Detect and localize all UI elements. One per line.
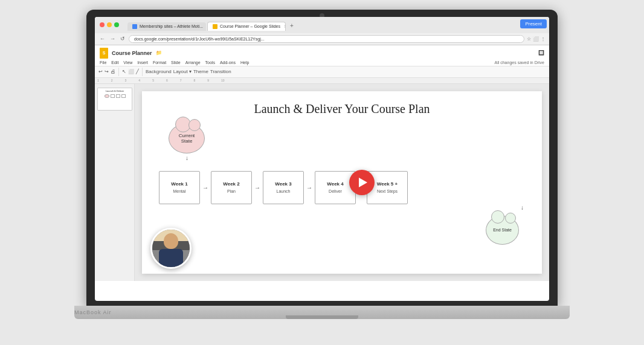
menu-slide[interactable]: Slide bbox=[171, 60, 181, 65]
toolbar-cursor[interactable]: ↖ bbox=[122, 69, 126, 74]
close-button[interactable] bbox=[100, 22, 105, 27]
present-button[interactable]: Present bbox=[520, 19, 547, 28]
weeks-row: Week 1 Mental → Week 2 Plan → bbox=[154, 171, 413, 204]
toolbar-background[interactable]: Background bbox=[146, 69, 172, 74]
back-button[interactable]: ← bbox=[98, 35, 106, 42]
week4-title: Week 4 bbox=[327, 181, 343, 187]
toolbar-layout[interactable]: Layout ▾ bbox=[173, 69, 192, 74]
webcam-overlay bbox=[150, 228, 192, 269]
menu-view[interactable]: View bbox=[123, 60, 132, 65]
tab-favicon-membership bbox=[132, 24, 137, 29]
arrow-down-from-cloud: ↓ bbox=[185, 155, 188, 161]
toolbar-print[interactable]: 🖨 bbox=[111, 69, 115, 74]
laptop-base: MacBook Air bbox=[74, 306, 570, 319]
play-button[interactable] bbox=[349, 170, 375, 195]
menu-insert[interactable]: Insert bbox=[137, 60, 148, 65]
maximize-button[interactable] bbox=[114, 22, 119, 27]
current-state-cloud: CurrentState bbox=[169, 123, 205, 153]
week3-title: Week 3 bbox=[275, 181, 291, 187]
browser-chrome: Membership sites – Athlete Moti... ✕ Cou… bbox=[95, 17, 549, 45]
address-text: docs.google.com/presentation/d/1rJocU6h-… bbox=[134, 37, 265, 41]
toolbar-line[interactable]: ╱ bbox=[136, 69, 139, 74]
slides-menu-row: File Edit View Insert Format Slide Arran… bbox=[100, 60, 544, 65]
address-bar[interactable]: docs.google.com/presentation/d/1rJocU6h-… bbox=[129, 35, 524, 43]
week2-title: Week 2 bbox=[223, 181, 239, 187]
webcam-person bbox=[152, 230, 190, 267]
menu-icon[interactable]: ⋮ bbox=[541, 36, 546, 42]
slide-thumbnail[interactable]: Launch & Deliver bbox=[97, 88, 132, 111]
tabs-bar: Membership sites – Athlete Moti... ✕ Cou… bbox=[123, 21, 301, 31]
slide-thumb-content: Launch & Deliver bbox=[98, 88, 132, 110]
week2-subtitle: Plan bbox=[227, 189, 236, 193]
ruler-marks: 1 2 3 4 5 6 7 8 9 10 bbox=[97, 79, 225, 82]
week-box-2: Week 2 Plan bbox=[211, 171, 252, 204]
arrow-week2-3: → bbox=[254, 184, 260, 191]
tab-label-membership: Membership sites – Athlete Moti... bbox=[140, 24, 203, 28]
person-body bbox=[159, 249, 183, 267]
laptop-wrapper: Membership sites – Athlete Moti... ✕ Cou… bbox=[62, 10, 582, 336]
menu-edit[interactable]: Edit bbox=[111, 60, 118, 65]
slides-main: Launch & Deliver bbox=[95, 84, 549, 281]
slides-app: S Course Planner 📁 🔲 Present File Edit V… bbox=[95, 45, 549, 281]
slides-toolbar: ↩ ↪ 🖨 ↖ ⬜ ╱ Background Layout ▾ Theme Tr… bbox=[95, 66, 549, 78]
arrow-down-to-end: ↓ bbox=[521, 204, 524, 211]
menu-arrange[interactable]: Arrange bbox=[185, 60, 201, 65]
menu-addons[interactable]: Add-ons bbox=[220, 60, 236, 65]
week5-subtitle: Next Steps bbox=[377, 189, 398, 193]
extensions-icon[interactable]: ⬜ bbox=[533, 36, 539, 42]
traffic-lights bbox=[100, 22, 119, 27]
week4-subtitle: Deliver bbox=[329, 189, 342, 193]
reload-button[interactable]: ↺ bbox=[119, 35, 126, 42]
menu-file[interactable]: File bbox=[100, 60, 106, 65]
week-box-1: Week 1 Mental bbox=[159, 171, 200, 204]
week3-subtitle: Launch bbox=[277, 189, 291, 193]
new-tab-button[interactable]: + bbox=[287, 21, 297, 31]
slides-header: S Course Planner 📁 🔲 Present File Edit V… bbox=[95, 45, 549, 66]
browser-tab-membership[interactable]: Membership sites – Athlete Moti... ✕ bbox=[127, 22, 206, 31]
play-triangle-icon bbox=[359, 178, 367, 187]
current-state-label: CurrentState bbox=[179, 133, 195, 144]
diagram-area: CurrentState ↓ Week 1 Mental bbox=[142, 123, 542, 245]
end-state-container: ↓ End State bbox=[154, 204, 530, 245]
toolbar-transition[interactable]: Transition bbox=[210, 69, 231, 74]
toolbar-theme[interactable]: Theme bbox=[193, 69, 208, 74]
minimize-button[interactable] bbox=[107, 22, 112, 27]
end-state-label: End State bbox=[493, 228, 512, 232]
slide-canvas: Launch & Deliver Your Course Plan Curren… bbox=[135, 84, 549, 281]
week-box-4: Week 4 Deliver bbox=[315, 171, 356, 204]
tab-close-slides[interactable]: ✕ bbox=[284, 24, 286, 29]
week1-subtitle: Mental bbox=[173, 189, 185, 193]
menu-tools[interactable]: Tools bbox=[205, 60, 215, 65]
laptop-screen-bezel: Membership sites – Athlete Moti... ✕ Cou… bbox=[86, 10, 558, 306]
bookmark-icon[interactable]: ☆ bbox=[527, 36, 531, 42]
laptop-brand-label: MacBook Air bbox=[74, 309, 112, 315]
screen-inner: Membership sites – Athlete Moti... ✕ Cou… bbox=[95, 17, 549, 301]
person-head bbox=[164, 233, 178, 249]
week1-title: Week 1 bbox=[171, 181, 187, 187]
toolbar-shapes[interactable]: ⬜ bbox=[128, 69, 134, 74]
address-bar-row: ← → ↺ docs.google.com/presentation/d/1rJ… bbox=[95, 33, 549, 45]
toolbar-separator2 bbox=[142, 68, 143, 76]
browser-toolbar-icons: ☆ ⬜ ⋮ bbox=[527, 36, 546, 42]
arrow-week1-2: → bbox=[202, 184, 208, 191]
toolbar-redo[interactable]: ↪ bbox=[105, 69, 109, 74]
toolbar-undo[interactable]: ↩ bbox=[98, 69, 103, 74]
menu-format[interactable]: Format bbox=[153, 60, 166, 65]
tab-favicon-slides bbox=[213, 24, 217, 29]
slide-page: Launch & Deliver Your Course Plan Curren… bbox=[142, 91, 542, 274]
browser-titlebar: Membership sites – Athlete Moti... ✕ Cou… bbox=[95, 17, 549, 33]
saved-status: All changes saved in Drive bbox=[495, 60, 545, 65]
end-state-cloud: End State bbox=[486, 216, 519, 245]
toolbar-separator bbox=[118, 68, 119, 76]
week5-title: Week 5 + bbox=[377, 181, 398, 187]
browser-tab-slides[interactable]: Course Planner – Google Slides ✕ bbox=[207, 22, 286, 31]
menu-help[interactable]: Help bbox=[240, 60, 249, 65]
tab-label-slides: Course Planner – Google Slides bbox=[220, 24, 280, 28]
slides-logo: S bbox=[100, 48, 108, 59]
forward-button[interactable]: → bbox=[109, 35, 117, 42]
slide-title: Launch & Deliver Your Course Plan bbox=[142, 91, 542, 123]
arrow-week3-4: → bbox=[306, 184, 312, 191]
share-icon[interactable]: 🔲 bbox=[538, 50, 544, 56]
slides-panel: Launch & Deliver bbox=[95, 84, 135, 281]
drive-icon: 📁 bbox=[156, 50, 162, 56]
